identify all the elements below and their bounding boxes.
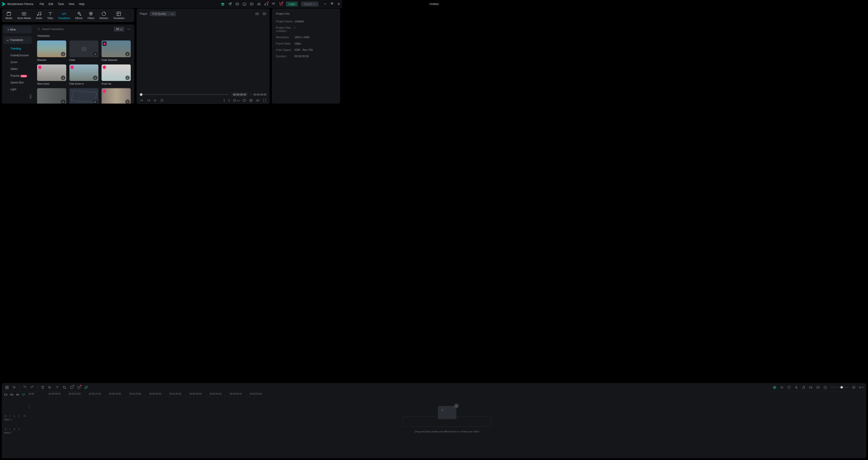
download-icon[interactable] [93, 99, 97, 103]
menu-tools[interactable]: Tools [58, 2, 64, 6]
tab-audio[interactable]: Audio [35, 10, 44, 20]
transitions-grid[interactable]: DissolveFadeFade DissolveSlow ZoomFast Z… [33, 38, 134, 103]
headset-icon[interactable] [264, 2, 268, 6]
tab-media[interactable]: Media [4, 10, 13, 20]
current-time: 00:00:00:00 [231, 92, 248, 97]
send-icon[interactable] [228, 2, 232, 6]
svg-rect-29 [82, 47, 86, 51]
transition-card[interactable]: Dissolve [37, 40, 66, 61]
transition-card[interactable]: Fade Dissolve [101, 40, 131, 61]
transition-label: Fast Zoom in [69, 82, 99, 85]
cloud-icon[interactable] [257, 2, 261, 6]
scrub-handle[interactable] [140, 93, 143, 96]
gift-icon[interactable] [221, 2, 225, 6]
tab-filters[interactable]: Filters [86, 10, 96, 20]
tab-stock[interactable]: Stock Media [16, 10, 32, 20]
tab-effects[interactable]: Effects [74, 10, 84, 20]
player-canvas[interactable] [136, 19, 270, 92]
menu-view[interactable]: View [68, 2, 74, 6]
snapshot-button[interactable] [249, 99, 253, 102]
single-view-icon[interactable] [262, 12, 267, 16]
tab-templates[interactable]: Templates [112, 10, 126, 20]
sidebar-sub-slides[interactable]: Slides [2, 66, 33, 72]
transition-card[interactable]: Fast Zoom in [69, 64, 99, 85]
transition-card[interactable]: Fade [69, 40, 99, 61]
svg-rect-6 [267, 4, 268, 5]
transition-card[interactable]: Push Up [101, 64, 131, 85]
upload-media-icon[interactable] [250, 2, 254, 6]
transition-thumbnail [69, 64, 99, 81]
info-row: Frame Rate:25fps [276, 42, 336, 45]
sidebar-transitions[interactable]: Transitions [4, 36, 32, 44]
player-label: Player [140, 12, 148, 16]
sidebar-sub-trending[interactable]: Trending [2, 45, 33, 52]
download-icon[interactable] [125, 52, 130, 56]
transition-card[interactable]: Slow Zoom [37, 64, 66, 85]
close-button[interactable] [337, 2, 340, 6]
sidebar-mine[interactable]: Mine [4, 26, 32, 33]
info-value: 25fps [294, 42, 301, 45]
tab-stickers[interactable]: Stickers [98, 10, 110, 20]
svg-point-28 [129, 29, 130, 30]
download-media-icon[interactable] [235, 2, 239, 6]
mark-in-button[interactable]: { [223, 99, 225, 102]
info-row: Color Space:SDR - Rec.709 [276, 49, 336, 52]
menu-edit[interactable]: Edit [49, 2, 53, 6]
sidebar-sub-fade[interactable]: Fade&Dissolve [2, 52, 33, 59]
download-icon[interactable] [93, 52, 97, 56]
tab-titles[interactable]: Titles [46, 10, 55, 20]
transition-card[interactable]: Page Curl [69, 88, 99, 103]
download-icon[interactable] [125, 75, 130, 80]
more-options-icon[interactable] [127, 27, 131, 31]
volume-button[interactable] [256, 99, 260, 102]
download-icon[interactable] [125, 99, 130, 103]
tab-transitions[interactable]: Transitions [57, 10, 71, 20]
menu-file[interactable]: File [39, 2, 44, 6]
maximize-button[interactable] [331, 2, 333, 6]
transition-thumbnail [101, 64, 131, 81]
fullscreen-button[interactable] [263, 99, 267, 102]
export-button[interactable]: Export [301, 2, 318, 6]
cart-icon[interactable] [279, 2, 283, 6]
aspect-button[interactable] [233, 99, 239, 102]
display-button[interactable] [243, 99, 246, 102]
search-input[interactable] [42, 28, 112, 31]
download-icon[interactable] [61, 52, 65, 56]
step-back-button[interactable] [147, 99, 150, 102]
download-icon[interactable] [61, 75, 65, 80]
login-button[interactable]: Login [286, 2, 298, 6]
transition-card[interactable]: Fast Wipe Left [101, 88, 131, 103]
stop-button[interactable] [160, 99, 164, 102]
chevron-down-icon [237, 99, 240, 101]
screen-record-icon[interactable] [243, 2, 247, 6]
download-icon[interactable] [93, 75, 97, 80]
quality-dropdown[interactable]: Full Quality [150, 11, 176, 16]
section-title: TRENDING [33, 34, 134, 38]
download-icon[interactable] [61, 99, 65, 103]
sidebar-sub-zoom[interactable]: Zoom [2, 59, 33, 66]
mark-out-button[interactable]: } [228, 99, 230, 102]
premium-gem-icon [102, 65, 106, 69]
transition-thumbnail [69, 88, 99, 103]
sidebar-sub-speedblur[interactable]: Speed Blur [2, 79, 33, 86]
sidebar-sub-popular[interactable]: Popular NEW [2, 72, 33, 79]
svg-rect-10 [272, 4, 273, 4]
transition-thumbnail [69, 40, 99, 57]
svg-rect-15 [331, 3, 333, 4]
search-box [37, 28, 112, 31]
premium-shield-icon [102, 41, 106, 46]
play-button[interactable] [153, 99, 157, 102]
prev-frame-button[interactable] [140, 99, 144, 102]
transition-card[interactable]: Warp Zoom 3 [37, 88, 66, 103]
info-label: Frame Rate: [276, 42, 294, 45]
menu-help[interactable]: Help [79, 2, 85, 6]
filter-dropdown[interactable]: All [114, 27, 124, 32]
scrub-bar[interactable] [140, 94, 229, 95]
sidebar-sub-light[interactable]: Light [2, 86, 33, 93]
apps-grid-icon[interactable] [271, 2, 276, 6]
minimize-button[interactable] [324, 2, 327, 6]
compare-view-icon[interactable] [255, 12, 259, 16]
svg-point-20 [39, 14, 41, 15]
sidebar-collapse-button[interactable] [29, 94, 32, 99]
svg-point-26 [127, 29, 128, 30]
